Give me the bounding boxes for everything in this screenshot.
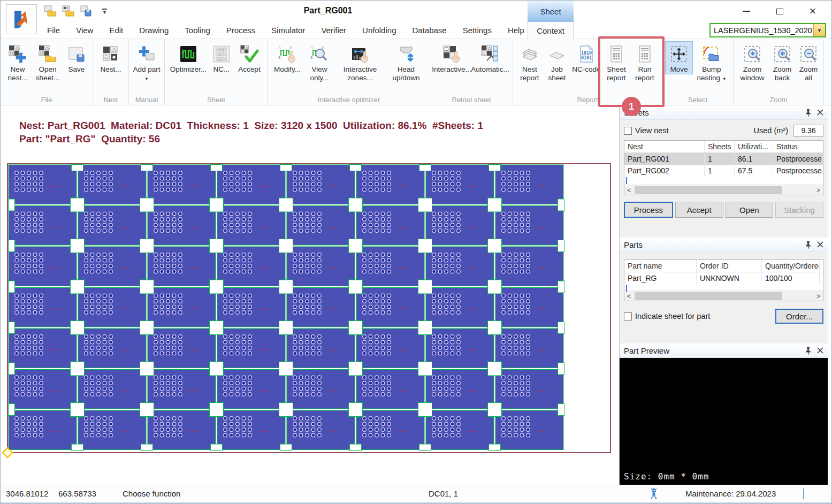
scroll-right-icon[interactable]: > bbox=[814, 292, 823, 300]
ribbon-button-modify[interactable]: 123Modify... bbox=[271, 41, 304, 74]
ribbon-button-move[interactable]: Move bbox=[665, 41, 693, 74]
ribbon-button-bump-nesting[interactable]: Bump nesting ▼ bbox=[693, 41, 730, 84]
ribbon-button-label: Zoom window bbox=[737, 65, 768, 82]
ribbon-button-label: NC-code bbox=[572, 65, 600, 74]
pin-icon[interactable] bbox=[805, 347, 812, 355]
indicate-sheet-checkbox[interactable] bbox=[624, 312, 632, 320]
sheets-table: NestSheetsUtilizati...StatusPart_RG00118… bbox=[624, 140, 823, 195]
qat-open-nest-icon[interactable] bbox=[43, 5, 56, 18]
ribbon-button-interactive-zones[interactable]: Interactive zones... bbox=[335, 41, 385, 83]
accept-button[interactable]: Accept bbox=[675, 202, 723, 218]
scroll-left-icon[interactable]: < bbox=[624, 292, 633, 300]
close-button[interactable]: × bbox=[796, 1, 829, 22]
qat-save-icon[interactable] bbox=[80, 5, 93, 18]
ribbon-button-label: Move bbox=[670, 65, 688, 74]
process-button[interactable]: Process bbox=[624, 202, 673, 218]
tab-sheet[interactable]: Sheet bbox=[528, 1, 574, 22]
app-logo-icon[interactable] bbox=[6, 4, 37, 34]
column-header-status[interactable]: Status bbox=[773, 141, 822, 152]
horizontal-scrollbar[interactable]: < > bbox=[624, 185, 823, 195]
ribbon-button-nc-code[interactable]: 10100101NC-code bbox=[570, 41, 602, 74]
ribbon-button-label: Interactive zones... bbox=[335, 65, 385, 82]
ribbon-button-label: Run report bbox=[631, 65, 659, 82]
material-status: DC01, 1 bbox=[429, 489, 458, 498]
used-area-value: 9.36 bbox=[793, 125, 823, 137]
table-row[interactable]: Part_RG001186.1Postprocessed bbox=[624, 153, 823, 165]
menu-tab-context[interactable]: Context bbox=[528, 22, 574, 39]
column-header-nest[interactable]: Nest bbox=[624, 141, 705, 152]
column-header-order-id[interactable]: Order ID bbox=[697, 260, 762, 272]
ribbon-button-head-up-down[interactable]: Head up/down bbox=[385, 41, 427, 83]
table-row[interactable]: Part_RG002167.5Postprocessed bbox=[624, 165, 823, 177]
ribbon-button-run-report[interactable]: Run report bbox=[630, 41, 659, 83]
ribbon-button-zoom-back[interactable]: Zoom back bbox=[768, 41, 796, 83]
ribbon-button-nest[interactable]: Nest... bbox=[96, 41, 126, 74]
scroll-right-icon[interactable]: > bbox=[814, 186, 823, 194]
ribbon-button-zoom-window[interactable]: Zoom window bbox=[736, 41, 768, 83]
ribbon-button-interactive[interactable]: Interactive... bbox=[433, 41, 470, 74]
interactive-zones-icon bbox=[350, 43, 370, 65]
ribbon-button-zoom-all[interactable]: Zoom all bbox=[796, 41, 821, 83]
indicate-sheet-label: Indicate sheet for part bbox=[635, 312, 710, 320]
maintenance-robot-icon[interactable] bbox=[650, 488, 658, 500]
menu-tab-settings[interactable]: Settings bbox=[455, 22, 500, 39]
ribbon-button-nc[interactable]: G00XG02XG01XNC... bbox=[209, 41, 234, 74]
close-icon[interactable] bbox=[817, 241, 823, 248]
pin-icon[interactable] bbox=[805, 109, 812, 117]
ribbon-button-add-part[interactable]: Add part ▼ bbox=[132, 41, 162, 84]
svg-text:1: 1 bbox=[279, 45, 281, 50]
open-button[interactable]: Open bbox=[726, 202, 774, 218]
menu-tab-simulator[interactable]: Simulator bbox=[263, 22, 313, 39]
column-header-part-name[interactable]: Part name bbox=[624, 260, 697, 272]
ribbon-button-accept[interactable]: Accept bbox=[234, 41, 265, 74]
ribbon-button-view-only[interactable]: 123View only... bbox=[304, 41, 335, 83]
maximize-button[interactable] bbox=[763, 1, 796, 22]
qat-customize-icon[interactable]: ▼ bbox=[102, 9, 107, 14]
column-header-utilizati[interactable]: Utilizati... bbox=[735, 141, 773, 152]
chevron-down-icon[interactable]: ▼ bbox=[813, 24, 825, 36]
machine-selector[interactable]: LASERGENIUS_1530_2020 ▼ bbox=[709, 23, 826, 37]
menu-tab-file[interactable]: File bbox=[39, 22, 68, 39]
menu-tab-view[interactable]: View bbox=[68, 22, 101, 39]
ribbon-button-nest-report[interactable]: Nest report bbox=[516, 41, 544, 83]
menu-tab-process[interactable]: Process bbox=[218, 22, 263, 39]
part-preview-viewport[interactable]: Size: 0mm * 0mm bbox=[620, 358, 828, 485]
ribbon-button-save[interactable]: Save bbox=[63, 41, 90, 74]
ribbon-button-sheet-report[interactable]: Sheet report bbox=[602, 41, 630, 83]
menu-tab-tooling[interactable]: Tooling bbox=[177, 22, 218, 39]
ribbon-group-label: Sheet bbox=[165, 96, 268, 104]
stacking-button: Stacking bbox=[775, 202, 823, 218]
horizontal-scrollbar[interactable]: < > bbox=[624, 291, 823, 301]
menu-tab-drawing[interactable]: Drawing bbox=[131, 22, 177, 39]
ribbon-group-select: MoveBump nesting ▼Select bbox=[662, 39, 734, 105]
ribbon-button-optimizer[interactable]: Optimizer... bbox=[167, 41, 209, 74]
close-icon[interactable] bbox=[817, 109, 823, 116]
zoom-window-icon bbox=[742, 43, 762, 65]
ribbon-button-job-sheet[interactable]: Job sheet bbox=[544, 41, 570, 83]
ribbon-toolbar: New nest...Open sheet...SaveFileNest...N… bbox=[1, 39, 831, 105]
view-nest-checkbox[interactable] bbox=[624, 127, 632, 135]
menu-tab-edit[interactable]: Edit bbox=[101, 22, 131, 39]
svg-text:3: 3 bbox=[278, 55, 280, 60]
nest-canvas[interactable]: Nest: Part_RG001 Material: DC01 Thicknes… bbox=[1, 105, 619, 485]
qat-open-pattern-icon[interactable] bbox=[62, 5, 74, 18]
svg-text:G01X: G01X bbox=[216, 57, 227, 62]
column-header-sheets[interactable]: Sheets bbox=[705, 141, 735, 152]
nest-drawing[interactable] bbox=[1, 105, 619, 485]
ribbon-button-open-sheet[interactable]: Open sheet... bbox=[32, 41, 63, 83]
minimize-button[interactable] bbox=[730, 1, 763, 22]
column-header-quantity-ordered[interactable]: Quantity/Ordered bbox=[762, 260, 820, 272]
ribbon-group-label: Retool sheet bbox=[430, 96, 513, 104]
table-cell: Postprocessed bbox=[773, 153, 822, 165]
close-icon[interactable] bbox=[817, 347, 823, 354]
scroll-left-icon[interactable]: < bbox=[624, 186, 633, 194]
order-button[interactable]: Order... bbox=[775, 309, 823, 324]
ribbon-button-automatic[interactable]: Automatic... bbox=[470, 41, 510, 74]
menu-tab-database[interactable]: Database bbox=[404, 22, 454, 39]
ribbon-button-new-nest[interactable]: New nest... bbox=[3, 41, 32, 83]
menu-tab-unfolding[interactable]: Unfolding bbox=[354, 22, 404, 39]
pin-icon[interactable] bbox=[805, 241, 812, 249]
table-row[interactable]: Part_RGUNKNOWN100/100 bbox=[624, 272, 823, 284]
menu-tab-verifier[interactable]: Verifier bbox=[313, 22, 354, 39]
parts-table: Part nameOrder IDQuantity/OrderedPart_RG… bbox=[624, 259, 823, 301]
